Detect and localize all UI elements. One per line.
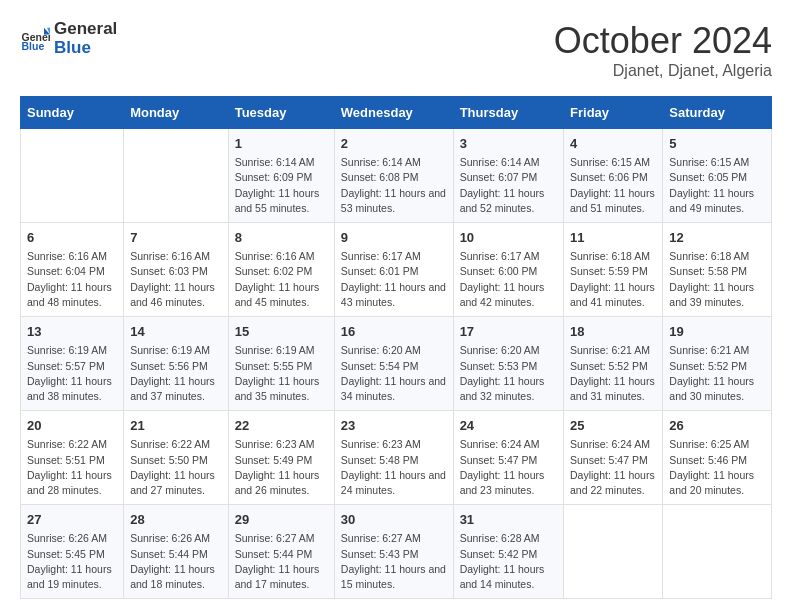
- calendar-cell: 9Sunrise: 6:17 AMSunset: 6:01 PMDaylight…: [334, 223, 453, 317]
- day-number: 9: [341, 229, 447, 247]
- day-info: Sunrise: 6:24 AMSunset: 5:47 PMDaylight:…: [570, 437, 656, 498]
- logo-icon: General Blue: [20, 24, 50, 54]
- day-number: 21: [130, 417, 222, 435]
- day-number: 23: [341, 417, 447, 435]
- day-info: Sunrise: 6:26 AMSunset: 5:44 PMDaylight:…: [130, 531, 222, 592]
- header-day-thursday: Thursday: [453, 97, 563, 129]
- day-number: 24: [460, 417, 557, 435]
- day-number: 30: [341, 511, 447, 529]
- day-number: 7: [130, 229, 222, 247]
- calendar-cell: 20Sunrise: 6:22 AMSunset: 5:51 PMDayligh…: [21, 411, 124, 505]
- calendar-cell: 16Sunrise: 6:20 AMSunset: 5:54 PMDayligh…: [334, 317, 453, 411]
- day-number: 27: [27, 511, 117, 529]
- day-info: Sunrise: 6:25 AMSunset: 5:46 PMDaylight:…: [669, 437, 765, 498]
- title-section: October 2024 Djanet, Djanet, Algeria: [554, 20, 772, 80]
- day-info: Sunrise: 6:20 AMSunset: 5:53 PMDaylight:…: [460, 343, 557, 404]
- calendar-cell: [663, 505, 772, 599]
- day-info: Sunrise: 6:28 AMSunset: 5:42 PMDaylight:…: [460, 531, 557, 592]
- calendar-cell: 7Sunrise: 6:16 AMSunset: 6:03 PMDaylight…: [124, 223, 229, 317]
- logo: General Blue General Blue: [20, 20, 117, 57]
- header-day-friday: Friday: [564, 97, 663, 129]
- calendar-cell: 17Sunrise: 6:20 AMSunset: 5:53 PMDayligh…: [453, 317, 563, 411]
- day-info: Sunrise: 6:22 AMSunset: 5:50 PMDaylight:…: [130, 437, 222, 498]
- day-info: Sunrise: 6:20 AMSunset: 5:54 PMDaylight:…: [341, 343, 447, 404]
- header-day-saturday: Saturday: [663, 97, 772, 129]
- calendar-cell: 10Sunrise: 6:17 AMSunset: 6:00 PMDayligh…: [453, 223, 563, 317]
- calendar-cell: 21Sunrise: 6:22 AMSunset: 5:50 PMDayligh…: [124, 411, 229, 505]
- day-info: Sunrise: 6:18 AMSunset: 5:59 PMDaylight:…: [570, 249, 656, 310]
- calendar-cell: 26Sunrise: 6:25 AMSunset: 5:46 PMDayligh…: [663, 411, 772, 505]
- day-number: 25: [570, 417, 656, 435]
- calendar-week-row: 1Sunrise: 6:14 AMSunset: 6:09 PMDaylight…: [21, 129, 772, 223]
- day-number: 6: [27, 229, 117, 247]
- calendar-cell: 13Sunrise: 6:19 AMSunset: 5:57 PMDayligh…: [21, 317, 124, 411]
- calendar-cell: 25Sunrise: 6:24 AMSunset: 5:47 PMDayligh…: [564, 411, 663, 505]
- day-number: 3: [460, 135, 557, 153]
- day-number: 31: [460, 511, 557, 529]
- day-number: 28: [130, 511, 222, 529]
- svg-text:Blue: Blue: [22, 40, 45, 52]
- calendar-cell: 28Sunrise: 6:26 AMSunset: 5:44 PMDayligh…: [124, 505, 229, 599]
- day-info: Sunrise: 6:19 AMSunset: 5:55 PMDaylight:…: [235, 343, 328, 404]
- day-number: 8: [235, 229, 328, 247]
- day-number: 26: [669, 417, 765, 435]
- calendar-cell: 5Sunrise: 6:15 AMSunset: 6:05 PMDaylight…: [663, 129, 772, 223]
- location-title: Djanet, Djanet, Algeria: [554, 62, 772, 80]
- day-info: Sunrise: 6:19 AMSunset: 5:56 PMDaylight:…: [130, 343, 222, 404]
- day-number: 13: [27, 323, 117, 341]
- day-number: 29: [235, 511, 328, 529]
- day-number: 11: [570, 229, 656, 247]
- day-number: 10: [460, 229, 557, 247]
- header-day-wednesday: Wednesday: [334, 97, 453, 129]
- day-number: 5: [669, 135, 765, 153]
- day-info: Sunrise: 6:17 AMSunset: 6:00 PMDaylight:…: [460, 249, 557, 310]
- calendar-cell: 15Sunrise: 6:19 AMSunset: 5:55 PMDayligh…: [228, 317, 334, 411]
- page-header: General Blue General Blue October 2024 D…: [20, 20, 772, 80]
- day-number: 17: [460, 323, 557, 341]
- calendar-cell: [564, 505, 663, 599]
- day-info: Sunrise: 6:27 AMSunset: 5:43 PMDaylight:…: [341, 531, 447, 592]
- day-number: 1: [235, 135, 328, 153]
- calendar-cell: 4Sunrise: 6:15 AMSunset: 6:06 PMDaylight…: [564, 129, 663, 223]
- day-info: Sunrise: 6:14 AMSunset: 6:08 PMDaylight:…: [341, 155, 447, 216]
- day-number: 18: [570, 323, 656, 341]
- calendar-cell: 3Sunrise: 6:14 AMSunset: 6:07 PMDaylight…: [453, 129, 563, 223]
- calendar-cell: 2Sunrise: 6:14 AMSunset: 6:08 PMDaylight…: [334, 129, 453, 223]
- calendar-cell: 27Sunrise: 6:26 AMSunset: 5:45 PMDayligh…: [21, 505, 124, 599]
- logo-general-text: General: [54, 20, 117, 39]
- day-info: Sunrise: 6:27 AMSunset: 5:44 PMDaylight:…: [235, 531, 328, 592]
- calendar-cell: 6Sunrise: 6:16 AMSunset: 6:04 PMDaylight…: [21, 223, 124, 317]
- day-info: Sunrise: 6:26 AMSunset: 5:45 PMDaylight:…: [27, 531, 117, 592]
- header-day-sunday: Sunday: [21, 97, 124, 129]
- calendar-cell: 29Sunrise: 6:27 AMSunset: 5:44 PMDayligh…: [228, 505, 334, 599]
- day-info: Sunrise: 6:16 AMSunset: 6:02 PMDaylight:…: [235, 249, 328, 310]
- calendar-table: SundayMondayTuesdayWednesdayThursdayFrid…: [20, 96, 772, 599]
- day-info: Sunrise: 6:14 AMSunset: 6:09 PMDaylight:…: [235, 155, 328, 216]
- day-number: 20: [27, 417, 117, 435]
- calendar-cell: 31Sunrise: 6:28 AMSunset: 5:42 PMDayligh…: [453, 505, 563, 599]
- day-info: Sunrise: 6:16 AMSunset: 6:04 PMDaylight:…: [27, 249, 117, 310]
- calendar-cell: 11Sunrise: 6:18 AMSunset: 5:59 PMDayligh…: [564, 223, 663, 317]
- day-info: Sunrise: 6:16 AMSunset: 6:03 PMDaylight:…: [130, 249, 222, 310]
- day-info: Sunrise: 6:23 AMSunset: 5:49 PMDaylight:…: [235, 437, 328, 498]
- day-info: Sunrise: 6:14 AMSunset: 6:07 PMDaylight:…: [460, 155, 557, 216]
- calendar-cell: 1Sunrise: 6:14 AMSunset: 6:09 PMDaylight…: [228, 129, 334, 223]
- day-number: 14: [130, 323, 222, 341]
- day-info: Sunrise: 6:23 AMSunset: 5:48 PMDaylight:…: [341, 437, 447, 498]
- calendar-cell: 30Sunrise: 6:27 AMSunset: 5:43 PMDayligh…: [334, 505, 453, 599]
- calendar-cell: 12Sunrise: 6:18 AMSunset: 5:58 PMDayligh…: [663, 223, 772, 317]
- day-number: 16: [341, 323, 447, 341]
- day-info: Sunrise: 6:21 AMSunset: 5:52 PMDaylight:…: [570, 343, 656, 404]
- month-title: October 2024: [554, 20, 772, 62]
- calendar-cell: 23Sunrise: 6:23 AMSunset: 5:48 PMDayligh…: [334, 411, 453, 505]
- calendar-cell: 14Sunrise: 6:19 AMSunset: 5:56 PMDayligh…: [124, 317, 229, 411]
- day-info: Sunrise: 6:18 AMSunset: 5:58 PMDaylight:…: [669, 249, 765, 310]
- calendar-cell: 8Sunrise: 6:16 AMSunset: 6:02 PMDaylight…: [228, 223, 334, 317]
- logo-blue-text: Blue: [54, 39, 117, 58]
- day-info: Sunrise: 6:15 AMSunset: 6:06 PMDaylight:…: [570, 155, 656, 216]
- day-info: Sunrise: 6:24 AMSunset: 5:47 PMDaylight:…: [460, 437, 557, 498]
- day-number: 12: [669, 229, 765, 247]
- calendar-cell: 18Sunrise: 6:21 AMSunset: 5:52 PMDayligh…: [564, 317, 663, 411]
- calendar-week-row: 20Sunrise: 6:22 AMSunset: 5:51 PMDayligh…: [21, 411, 772, 505]
- day-number: 15: [235, 323, 328, 341]
